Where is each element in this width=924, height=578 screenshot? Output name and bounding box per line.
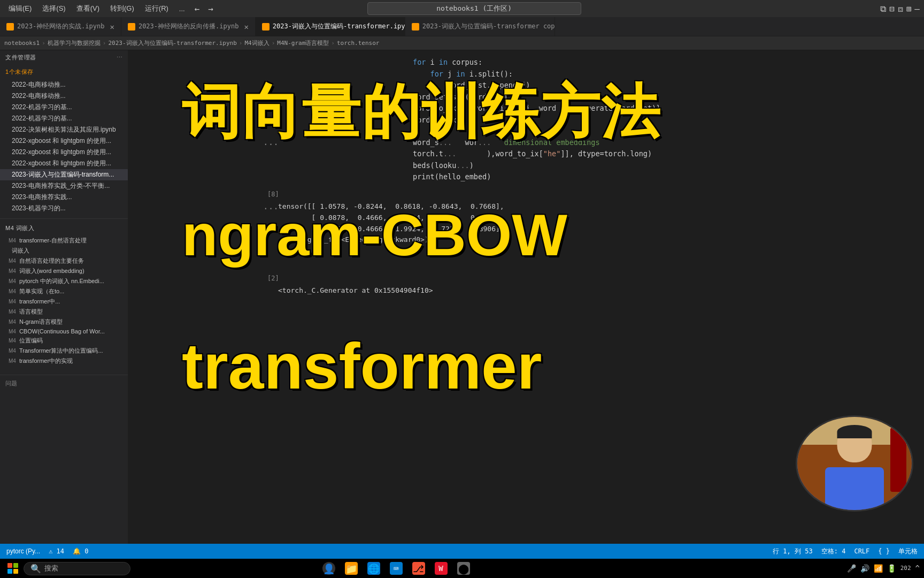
outline-item-6-label: transformer中... (19, 298, 60, 306)
tab-icon-1 (6, 23, 14, 31)
outline-item-1-label: 词嵌入 (12, 247, 29, 255)
taskbar-app-vscode[interactable]: ⌨ (386, 559, 407, 578)
status-bar: pytorc (Py... ⚠ 14 🔔 0 行 1, 列 53 空格: 4 C… (0, 544, 924, 559)
outline-item-11[interactable]: M4 Transformer算法中的位置编码... (0, 346, 128, 356)
menu-select[interactable]: 选择(S) (38, 3, 70, 14)
code-for-loop[interactable]: for i in corpus: for j in i.split(): wor… (263, 55, 913, 128)
status-rowcol: 行 1, 列 53 (773, 547, 813, 556)
camera-person (797, 417, 912, 510)
sidebar-file-4-label: 2022-机器学习的基... (12, 114, 72, 123)
outline-item-9[interactable]: M4 CBOW(Continuous Bag of Wor... (0, 327, 128, 336)
menu-run[interactable]: 运行(R) (141, 3, 173, 14)
sidebar-file-5[interactable]: 2022-决策树相关算法及其应用.ipynb (0, 124, 128, 135)
sidebar-file-6[interactable]: 2022-xgboost 和 lightgbm 的使用... (0, 135, 128, 147)
outline-item-7[interactable]: M4 语言模型 (0, 307, 128, 317)
menu-view[interactable]: 查看(V) (72, 3, 104, 14)
code-embed[interactable]: word_s... wor... dimensional embeddings … (263, 135, 913, 185)
outline-item-10[interactable]: M4 位置编码 (0, 336, 128, 346)
outline-title: M4 词嵌入 (5, 224, 34, 232)
start-button[interactable] (4, 560, 21, 577)
tab-4[interactable]: 2023-词嵌入与位置编码-transformer copy.ipynb ✕ (405, 17, 555, 36)
breadcrumb-tensor[interactable]: torch.tensor (337, 40, 379, 47)
taskbar-app-browser[interactable]: 🌐 (363, 559, 384, 578)
cell-for-loop: for i in corpus: for j in i.split(): wor… (128, 50, 924, 133)
speaker-icon[interactable]: 🔊 (860, 564, 869, 573)
sidebar-file-4[interactable]: 2022-机器学习的基... (0, 113, 128, 124)
outline-item-5[interactable]: M4 简单实现（在to... (0, 286, 128, 296)
spacer (128, 252, 924, 273)
sidebar-file-9[interactable]: 2023-词嵌入与位置编码-transform... (0, 169, 128, 180)
tab-1[interactable]: 2023-神经网络的实战.ipynb ✕ (0, 17, 121, 36)
taskbar-app-folder[interactable]: 📁 (341, 559, 362, 578)
menu-edit[interactable]: 编辑(E) (4, 3, 36, 14)
sidebar-file-10[interactable]: 2023-电商推荐实践_分类-不平衡... (0, 180, 128, 192)
outline-item-8-label: N-gram语言模型 (19, 318, 63, 326)
outline-item-12[interactable]: M4 transformer中的实现 (0, 356, 128, 366)
layout-icon-2[interactable]: ⊟ (889, 4, 895, 14)
sidebar-options[interactable]: ⋯ (117, 54, 123, 61)
camera-view (796, 415, 913, 512)
tab-1-close[interactable]: ✕ (110, 22, 114, 31)
taskbar-app-avatar[interactable]: 👤 (318, 559, 340, 578)
minimize-icon[interactable]: — (914, 4, 920, 14)
cell-dots-1: ··· (263, 139, 279, 149)
outline-item-12-label: transformer中的实现 (19, 357, 73, 365)
breadcrumb-ml[interactable]: 机器学习与数据挖掘 (48, 39, 101, 47)
breadcrumb-ngram[interactable]: M4N-gram语言模型 (277, 39, 329, 47)
tab-2[interactable]: 2023-神经网络的反向传播.ipynb ✕ (121, 17, 256, 36)
battery-icon[interactable]: 🔋 (887, 564, 896, 573)
breadcrumb-notebooks[interactable]: notebooks1 (4, 40, 40, 47)
cell-embed: ··· word_s... wor... dimensional embeddi… (128, 133, 924, 189)
chevron-icon[interactable]: ^ (915, 564, 920, 573)
mic-icon[interactable]: 🎤 (847, 564, 856, 573)
outline-item-1[interactable]: 词嵌入 (0, 246, 128, 256)
win-logo-cell-3 (7, 569, 12, 574)
outline-item-0[interactable]: M4 transformer-自然语言处理 (0, 235, 128, 246)
outline-item-8[interactable]: M4 N-gram语言模型 (0, 317, 128, 327)
taskbar-search[interactable]: 🔍 搜索 (24, 562, 130, 575)
sidebar-title: 文件管理器 (5, 54, 36, 62)
outline-item-2[interactable]: M4 自然语言处理的主要任务 (0, 256, 128, 266)
layout-icon-4[interactable]: ⊞ (906, 4, 912, 14)
menu-goto[interactable]: 转到(G) (106, 3, 138, 14)
win-logo-cell-4 (13, 569, 18, 574)
cell-label-2: [2] (128, 273, 924, 283)
outline-item-7-label: 语言模型 (19, 308, 43, 316)
windows-logo (7, 563, 18, 574)
breadcrumb-file[interactable]: 2023-词嵌入与位置编码-transformer.ipynb (108, 39, 236, 47)
tab-2-close[interactable]: ✕ (244, 22, 248, 31)
menu-more[interactable]: ... (175, 4, 189, 14)
wifi-icon[interactable]: 📶 (874, 564, 883, 573)
git-icon: ⎇ (412, 562, 425, 575)
tab-3[interactable]: 2023-词嵌入与位置编码-transformer.ipynb ✕ (256, 17, 405, 36)
sidebar-file-7[interactable]: 2022-xgboost 和 lightgbm 的使用... (0, 147, 128, 158)
sidebar-file-8-label: 2022-xgboost 和 lightgbm 的使用... (12, 159, 111, 168)
outline-item-6[interactable]: M4 transformer中... (0, 296, 128, 307)
address-bar[interactable]: notebooks1 (工作区) (367, 2, 581, 15)
taskbar-app-git[interactable]: ⎇ (408, 559, 429, 578)
sidebar-header: 文件管理器 ⋯ (0, 50, 128, 65)
outline-item-3[interactable]: M4 词嵌入(word embedding) (0, 266, 128, 276)
taskbar-app-extra[interactable]: ⬤ (453, 559, 474, 578)
sidebar-file-7-label: 2022-xgboost 和 lightgbm 的使用... (12, 148, 111, 157)
sidebar-file-1[interactable]: 2022-电商移动推... (0, 79, 128, 90)
nav-forward[interactable]: → (205, 3, 217, 15)
sidebar-file-11[interactable]: 2023-电商推荐实践... (0, 192, 128, 203)
taskbar-app-wps[interactable]: W (430, 559, 452, 578)
sidebar-file-3[interactable]: 2022-机器学习的基... (0, 102, 128, 113)
sidebar-file-8[interactable]: 2022-xgboost 和 lightgbm 的使用... (0, 158, 128, 169)
nav-back[interactable]: ← (191, 3, 203, 15)
tab-icon-4 (412, 23, 419, 31)
outline-item-5-label: 简单实现（在to... (19, 287, 64, 295)
tab-4-label: 2023-词嵌入与位置编码-transformer copy.ipynb (422, 22, 555, 31)
outline-item-4[interactable]: M4 pytorch 中的词嵌入 nn.Embedi... (0, 276, 128, 286)
layout-icon-1[interactable]: ⧉ (880, 4, 886, 14)
status-spaces: 空格: 4 (821, 547, 846, 556)
sidebar-file-12[interactable]: 2023-机器学习的... (0, 203, 128, 214)
tab-2-label: 2023-神经网络的反向传播.ipynb (138, 22, 238, 31)
sidebar-file-2[interactable]: 2022-电商移动推... (0, 90, 128, 102)
sidebar-file-10-label: 2023-电商推荐实践_分类-不平衡... (12, 181, 110, 191)
sidebar: 文件管理器 ⋯ 1个未保存 2022-电商移动推... 2022-电商移动推..… (0, 50, 128, 544)
layout-icon-3[interactable]: ⧈ (898, 4, 903, 14)
breadcrumb-embed[interactable]: M4词嵌入 (244, 39, 269, 47)
